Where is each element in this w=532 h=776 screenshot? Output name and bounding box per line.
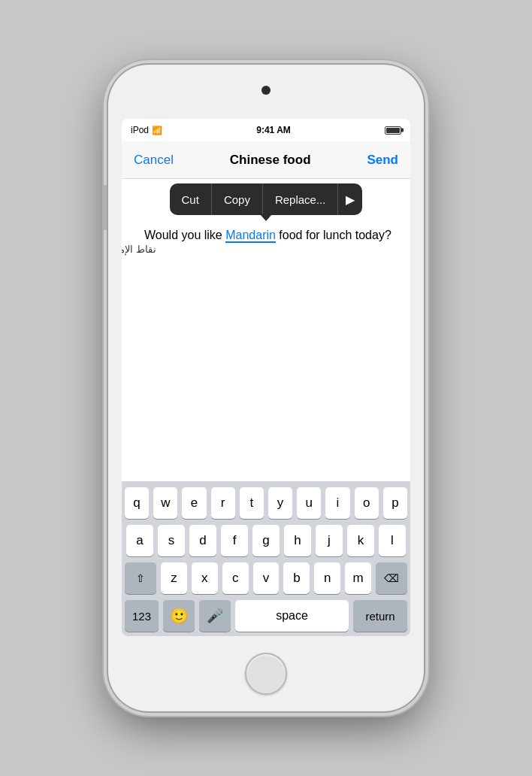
screen: iPod 📶 9:41 AM Cancel Chinese food Send [122, 119, 410, 636]
key-p[interactable]: p [383, 487, 407, 519]
key-m[interactable]: m [345, 562, 371, 594]
keyboard-bottom-row: 123 🙂 🎤 space return [125, 600, 407, 632]
key-e[interactable]: e [182, 487, 206, 519]
key-j[interactable]: j [316, 525, 343, 556]
context-menu-wrapper: Cut Copy Replace... ▶ [122, 179, 410, 217]
emoji-key[interactable]: 🙂 [163, 600, 195, 632]
status-left: iPod 📶 [131, 125, 162, 135]
key-s[interactable]: s [158, 525, 185, 556]
carrier-label: iPod [131, 125, 149, 135]
keyboard-row-2: a s d f g h j k l [125, 525, 407, 556]
status-right [385, 126, 401, 135]
space-key[interactable]: space [235, 600, 349, 632]
keyboard-row-1: q w e r t y u i o p [125, 487, 407, 519]
key-v[interactable]: v [253, 562, 280, 594]
key-h[interactable]: h [284, 525, 311, 556]
microphone-key[interactable]: 🎤 [199, 600, 231, 632]
annotation-wrapper: نقاط الإمساك Would you like Mandarin foo… [137, 226, 395, 245]
home-button[interactable] [245, 653, 287, 695]
shift-key[interactable]: ⇧ [125, 562, 156, 594]
key-x[interactable]: x [192, 562, 218, 594]
time-label: 9:41 AM [256, 125, 291, 135]
key-w[interactable]: w [153, 487, 177, 519]
nav-title: Chinese food [230, 153, 311, 168]
battery-icon [385, 126, 401, 135]
more-button[interactable]: ▶ [337, 183, 362, 215]
send-button[interactable]: Send [367, 153, 398, 168]
delete-key[interactable]: ⌫ [376, 562, 407, 594]
camera [261, 86, 271, 95]
key-g[interactable]: g [252, 525, 280, 556]
text-before-selection: Would you like [144, 229, 225, 241]
context-menu: Cut Copy Replace... ▶ [170, 183, 363, 215]
key-a[interactable]: a [126, 525, 153, 556]
battery-fill [386, 128, 400, 133]
selected-word[interactable]: Mandarin [225, 229, 276, 243]
key-u[interactable]: u [297, 487, 321, 519]
wifi-icon: 📶 [152, 126, 162, 135]
status-bar: iPod 📶 9:41 AM [122, 119, 410, 141]
message-text: Would you like Mandarin food for lunch t… [144, 229, 391, 243]
key-z[interactable]: z [161, 562, 187, 594]
key-l[interactable]: l [379, 525, 406, 556]
replace-button[interactable]: Replace... [262, 183, 338, 215]
key-k[interactable]: k [347, 525, 374, 556]
key-i[interactable]: i [325, 487, 349, 519]
device: iPod 📶 9:41 AM Cancel Chinese food Send [108, 65, 424, 711]
key-y[interactable]: y [268, 487, 292, 519]
key-f[interactable]: f [221, 525, 248, 556]
key-c[interactable]: c [222, 562, 249, 594]
annotation-label: نقاط الإمساك [122, 242, 156, 257]
key-n[interactable]: n [314, 562, 340, 594]
key-r[interactable]: r [211, 487, 235, 519]
nav-bar: Cancel Chinese food Send [122, 141, 410, 179]
key-b[interactable]: b [283, 562, 310, 594]
numbers-key[interactable]: 123 [125, 600, 159, 632]
key-o[interactable]: o [355, 487, 379, 519]
message-area: نقاط الإمساك Would you like Mandarin foo… [122, 217, 410, 481]
text-after-selection: food for lunch today? [276, 229, 391, 241]
copy-button[interactable]: Copy [211, 183, 262, 215]
return-key[interactable]: return [353, 600, 407, 632]
key-d[interactable]: d [189, 525, 216, 556]
cut-button[interactable]: Cut [170, 183, 211, 215]
cancel-button[interactable]: Cancel [134, 153, 174, 168]
keyboard-row-3: ⇧ z x c v b n m ⌫ [125, 562, 407, 594]
key-q[interactable]: q [125, 487, 149, 519]
key-t[interactable]: t [240, 487, 264, 519]
keyboard: q w e r t y u i o p a s d f g [122, 481, 410, 636]
device-wrapper: iPod 📶 9:41 AM Cancel Chinese food Send [0, 0, 532, 776]
